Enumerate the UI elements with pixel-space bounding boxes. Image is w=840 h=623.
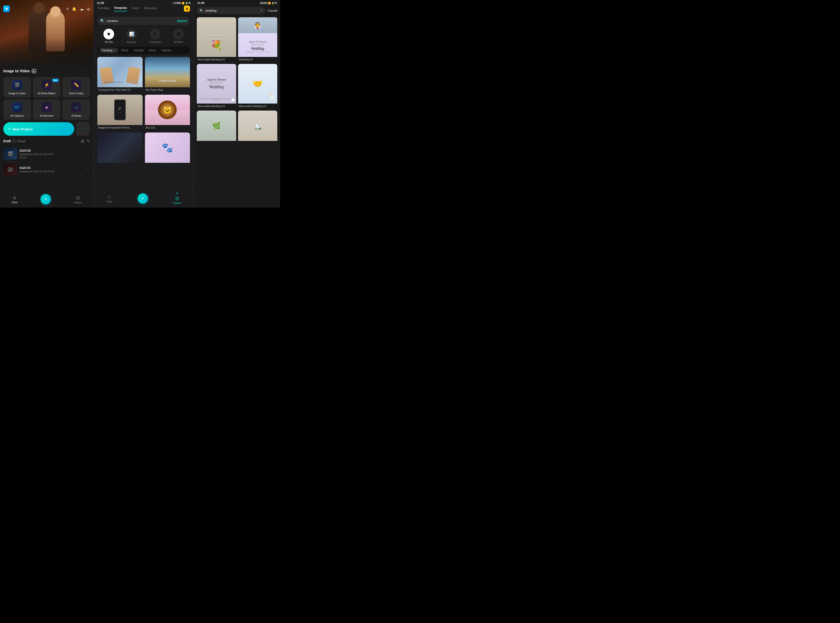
result6-content: 🏔️: [238, 110, 277, 141]
phone-visual: 📱: [114, 99, 126, 120]
w1-plus-icon[interactable]: ✦: [198, 18, 201, 22]
template-travel-vlog[interactable]: Travel Diary My Travel Vlog: [145, 57, 190, 92]
result-memorable-wedding-04[interactable]: Angel & Thomas 2021 ❤ 2024 Wedding I WIL…: [197, 64, 236, 109]
p3-clear-icon[interactable]: ✕: [260, 9, 263, 12]
profile-icon[interactable]: ◎: [87, 7, 90, 11]
p2-nav-home[interactable]: ⌂ Home: [106, 194, 112, 203]
nav-explore[interactable]: ◎ Explore: [74, 195, 82, 204]
edit-icon[interactable]: ✎: [86, 138, 90, 144]
draft-item-2[interactable]: 🎥 0123-01 Updated on 2025-01-23 14:50 ··…: [3, 162, 90, 177]
w1-text-overlay: Wedding Invitations Dec.12.2024: [197, 17, 236, 57]
subtab-music[interactable]: Music: [146, 48, 158, 53]
tool-ai-reels[interactable]: New ⚡ AI Reels Maker: [33, 77, 61, 98]
subtab-trending[interactable]: Trending ▼: [99, 48, 118, 53]
tool-ai-remover[interactable]: ◈ AI Remover: [33, 99, 61, 120]
w2-date-text: 2021 ❤ 2024: [251, 44, 264, 46]
p3-search-input[interactable]: [205, 9, 258, 12]
subtab-lifestyle[interactable]: Lifestyle: [131, 48, 146, 53]
tab-stock[interactable]: Stock: [132, 6, 139, 11]
w4-fav-icon[interactable]: ♡: [232, 65, 235, 69]
cat-thumb: 🐱: [145, 95, 190, 125]
template-box-cat[interactable]: 🐱 Box Cat: [145, 95, 190, 130]
p2-search-bar[interactable]: 🔍 Search: [97, 17, 190, 25]
more-button[interactable]: ···: [76, 122, 90, 136]
search-button[interactable]: Search: [177, 19, 187, 23]
tab-trending[interactable]: Trending: [97, 6, 109, 11]
result-wedding-02[interactable]: 👰 Angel & Thomas 2021 ❤ 2024 Wedding UGU…: [238, 17, 277, 62]
tool-ai-beats[interactable]: ♫ AI Beats: [62, 99, 90, 120]
template-crossing-hand[interactable]: Crossing From The Hand 01: [97, 57, 143, 92]
travel-thumb: Travel Diary: [145, 57, 190, 87]
w1-fav-icon[interactable]: ♡: [232, 18, 235, 22]
ai-remover-label: AI Remover: [40, 114, 54, 117]
tab-resource[interactable]: Resource: [144, 6, 157, 11]
for-you-icon-wrap: ★: [103, 29, 114, 40]
wedding1-thumb: 💐 Wedding Invitations Dec.12.2024 ♡ ✦: [197, 17, 236, 57]
for-you-label: For You: [105, 41, 113, 43]
draft-info-icon[interactable]: i: [12, 140, 15, 143]
template-phone-perspective[interactable]: 📱 Magical Perspective Phone...: [97, 95, 143, 130]
p3-cancel-button[interactable]: Cancel: [268, 9, 277, 12]
hero-title: Image to Video: [3, 69, 30, 73]
result6-icon: 🏔️: [253, 122, 262, 130]
p2-nav-explore[interactable]: ◎ Explore: [173, 193, 181, 204]
cat-for-you[interactable]: ★ For You: [103, 29, 114, 43]
tab-template[interactable]: Template: [114, 6, 127, 11]
cat-name: Box Cat: [145, 125, 190, 130]
cloud-tab[interactable]: Cloud: [17, 139, 26, 143]
subtab-reels[interactable]: Reels: [119, 48, 131, 53]
result-memorable-wedding-03[interactable]: 🤝 Memorable Wedding 03: [238, 64, 277, 109]
cat-business[interactable]: 📊 Business: [126, 29, 137, 43]
notification-icon[interactable]: 🔔: [72, 7, 77, 11]
tool-ai-captions[interactable]: CC AI Captions: [3, 99, 31, 120]
travel-text: Travel Diary: [159, 79, 176, 83]
cat-ai-template[interactable]: ✦ AI template: [149, 29, 161, 43]
result-6[interactable]: 🏔️: [238, 110, 277, 143]
result-5[interactable]: 🌿: [197, 110, 236, 143]
play-circle-icon[interactable]: ▶: [32, 69, 36, 74]
p3-search-bar-container[interactable]: 🔍 ✕: [197, 7, 266, 14]
template-dark-art[interactable]: [97, 132, 143, 165]
p2-home-icon: ⌂: [108, 194, 111, 199]
more-cat-thumb: 🐾: [145, 132, 190, 163]
draft-more-1[interactable]: ···: [85, 151, 90, 157]
image-to-video-label: Image to Video: [8, 92, 26, 95]
hero-label: Image to Video ▶: [3, 69, 36, 74]
draft-item[interactable]: 🎬 0123-02 Updated on 2025-01-23 14:57 00…: [3, 146, 90, 162]
crown-icon[interactable]: ♛: [184, 6, 190, 12]
tool-image-to-video[interactable]: 🎬 Image to Video: [3, 77, 31, 98]
template-grid: Crossing From The Hand 01 Travel Diary M…: [94, 55, 194, 167]
search-input[interactable]: [107, 19, 175, 23]
category-row: ★ For You 📊 Business ✦ AI template ⊞ 88 …: [94, 27, 194, 45]
grid-view-icon[interactable]: ⊞: [81, 138, 84, 144]
template-more-cat[interactable]: 🐾: [145, 132, 190, 165]
sub-tabs: Trending ▼ Reels Lifestyle Music Valenti…: [97, 47, 190, 54]
tools-grid: 🎬 Image to Video New ⚡ AI Reels Maker ✏️…: [3, 77, 90, 120]
result-memorable-wedding-02[interactable]: 💐 Wedding Invitations Dec.12.2024 ♡ ✦ Me…: [197, 17, 236, 62]
p3-network-icon: 261KB: [260, 2, 267, 5]
bottom-nav-2: ⌂ Home + ◎ Explore: [94, 190, 194, 207]
explore-dot: [177, 193, 178, 194]
subtab-valentine[interactable]: Valentin...: [159, 48, 176, 53]
w4-text-overlay: Angel & Thomas 2021 ❤ 2024 Wedding: [197, 64, 236, 104]
app-logo[interactable]: ♛: [3, 6, 10, 12]
cat-other[interactable]: ⊞ 88 Other: [173, 29, 184, 43]
nav-home[interactable]: ⌂ Home: [11, 195, 18, 204]
tool-text-to-video[interactable]: ✏️ Text to Video: [62, 77, 90, 98]
bottom-action-row: + New Project ···: [3, 122, 90, 136]
p2-explore-label: Explore: [173, 202, 181, 204]
status-icons-3: 261KB 📶 🔋79: [260, 2, 277, 5]
ai-beats-icon: ♫: [71, 102, 82, 112]
draft-more-2[interactable]: ···: [85, 166, 90, 172]
new-project-button[interactable]: + New Project: [3, 122, 74, 136]
dark-thumb: [97, 132, 143, 163]
nav-add-button[interactable]: +: [41, 194, 51, 204]
new-project-plus-icon: +: [8, 126, 11, 132]
p2-nav-add[interactable]: +: [138, 193, 148, 204]
search-results-panel: 11:00 261KB 📶 🔋79 🔍 ✕ Cancel 💐 Wedding I…: [194, 0, 280, 207]
status-bar-3: 11:00 261KB 📶 🔋79: [194, 0, 280, 6]
draft-duration-1: 00:13: [20, 156, 83, 159]
crossing-visual: [97, 57, 143, 87]
cloud-icon[interactable]: ☁: [80, 7, 83, 11]
menu-icon[interactable]: ≡: [66, 7, 69, 11]
